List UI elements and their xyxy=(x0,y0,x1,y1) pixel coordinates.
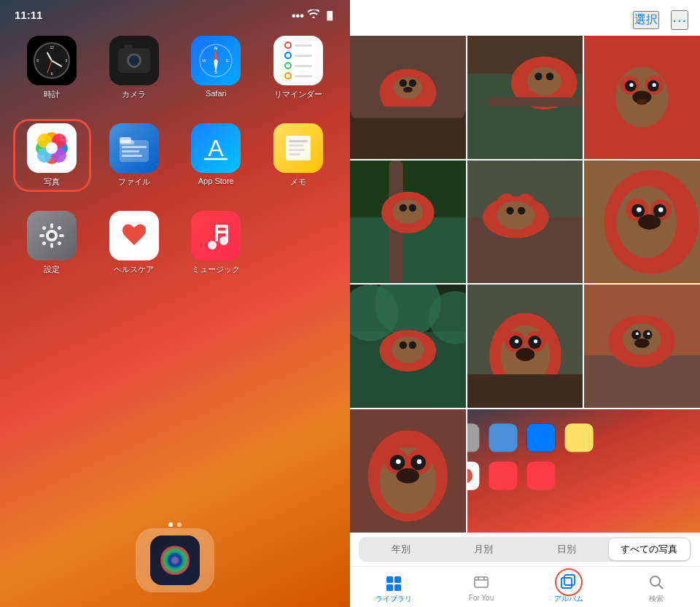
svg-point-68 xyxy=(546,73,553,80)
photo-cell-10[interactable] xyxy=(350,409,466,533)
photo-cell-8[interactable] xyxy=(467,285,583,408)
svg-rect-163 xyxy=(489,461,517,490)
page-dot-1 xyxy=(168,522,173,527)
app-camera[interactable]: カメラ xyxy=(100,36,169,100)
photo-cell-6[interactable] xyxy=(584,161,700,284)
svg-point-97 xyxy=(506,206,513,214)
home-screen: 11:11 ●●● ▐▌ 12 6 9 3 xyxy=(0,0,350,607)
app-notes-label: メモ xyxy=(290,177,306,187)
photo-cell-1[interactable] xyxy=(350,36,466,159)
svg-rect-39 xyxy=(42,241,47,246)
svg-line-176 xyxy=(659,585,664,589)
svg-point-108 xyxy=(638,214,661,229)
more-button[interactable]: ··· xyxy=(671,10,688,30)
photo-cell-7[interactable] xyxy=(350,285,466,408)
svg-point-57 xyxy=(400,80,407,87)
svg-rect-60 xyxy=(351,107,465,118)
segment-control: 年別 月別 日別 すべての写真 xyxy=(359,537,691,562)
wifi-icon xyxy=(308,9,319,20)
for-you-icon xyxy=(472,573,491,592)
tab-for-you-label: For You xyxy=(469,594,494,602)
svg-point-153 xyxy=(417,459,422,464)
svg-point-98 xyxy=(518,206,525,214)
svg-rect-69 xyxy=(487,97,583,107)
svg-rect-23 xyxy=(122,155,142,157)
photo-grid xyxy=(350,36,700,533)
svg-text:E: E xyxy=(226,58,229,63)
segment-daily[interactable]: 日別 xyxy=(526,538,607,560)
photos-highlight-ring xyxy=(13,119,91,192)
svg-point-119 xyxy=(409,341,416,349)
svg-rect-167 xyxy=(386,584,393,591)
svg-point-129 xyxy=(534,339,537,343)
app-files-label: ファイル xyxy=(118,177,150,187)
status-bar: 11:11 ●●● ▐▌ xyxy=(0,0,350,24)
app-files[interactable]: ファイル xyxy=(100,123,169,187)
photo-cell-5[interactable] xyxy=(467,161,583,284)
library-icon xyxy=(384,573,403,592)
app-safari[interactable]: N S W E Safari xyxy=(182,36,251,100)
app-health[interactable]: ヘルスケア xyxy=(100,211,169,275)
app-reminders[interactable]: リマインダー xyxy=(264,36,333,100)
svg-rect-45 xyxy=(215,227,218,241)
app-camera-label: カメラ xyxy=(122,89,146,100)
svg-rect-30 xyxy=(289,153,300,155)
svg-point-128 xyxy=(515,339,518,343)
svg-rect-22 xyxy=(122,150,139,152)
app-clock[interactable]: 12 6 9 3 時計 xyxy=(18,36,87,100)
svg-point-154 xyxy=(397,468,419,483)
svg-point-152 xyxy=(396,459,401,464)
tab-albums[interactable]: アルバム xyxy=(525,573,612,604)
svg-rect-28 xyxy=(289,144,303,147)
svg-rect-20 xyxy=(120,137,131,143)
page-dot-2 xyxy=(177,522,182,527)
svg-point-107 xyxy=(658,207,663,212)
photo-cell-2[interactable] xyxy=(467,36,583,159)
photo-cell-4[interactable] xyxy=(350,161,466,284)
svg-point-141 xyxy=(636,333,639,336)
app-music-label: ミュージック xyxy=(192,264,240,275)
segment-yearly[interactable]: 年別 xyxy=(360,538,442,560)
tab-search[interactable]: 検索 xyxy=(612,573,700,604)
select-button[interactable]: 選択 xyxy=(633,11,659,29)
svg-rect-40 xyxy=(57,241,62,246)
svg-point-88 xyxy=(400,204,407,211)
photo-cell-11[interactable] xyxy=(467,409,700,533)
app-settings[interactable]: 設定 xyxy=(18,211,87,275)
photo-cell-9[interactable] xyxy=(584,285,700,408)
svg-rect-160 xyxy=(564,423,593,452)
app-clock-label: 時計 xyxy=(44,89,60,100)
albums-highlight-ring xyxy=(555,568,583,596)
svg-point-66 xyxy=(527,67,561,96)
svg-point-49 xyxy=(171,557,179,564)
svg-point-59 xyxy=(403,87,413,93)
app-siri[interactable] xyxy=(150,536,200,585)
svg-rect-159 xyxy=(526,423,555,452)
svg-point-67 xyxy=(534,73,542,80)
svg-point-89 xyxy=(409,204,416,211)
app-appstore[interactable]: A App Store xyxy=(182,123,251,187)
svg-rect-164 xyxy=(526,461,555,490)
svg-point-117 xyxy=(392,336,424,363)
photos-app: 選択 ··· xyxy=(350,0,700,607)
app-photos[interactable]: 写真 xyxy=(18,123,87,187)
photo-cell-3[interactable] xyxy=(584,36,700,159)
albums-icon xyxy=(559,573,578,592)
app-notes[interactable]: メモ xyxy=(264,123,333,187)
tab-library[interactable]: ライブラリ xyxy=(350,573,438,604)
segment-all[interactable]: すべての写真 xyxy=(609,538,691,560)
app-health-label: ヘルスケア xyxy=(114,264,154,275)
tab-for-you[interactable]: For You xyxy=(438,573,525,604)
page-dots xyxy=(168,522,182,527)
svg-point-106 xyxy=(637,207,642,212)
svg-point-41 xyxy=(208,241,217,250)
svg-point-130 xyxy=(516,348,534,361)
battery-icon: ▐▌ xyxy=(324,11,335,20)
svg-text:N: N xyxy=(214,46,217,50)
svg-rect-35 xyxy=(39,234,44,237)
app-music[interactable]: ミュージック xyxy=(182,211,251,275)
svg-point-32 xyxy=(49,233,55,239)
segment-monthly[interactable]: 月別 xyxy=(443,538,525,560)
svg-rect-165 xyxy=(386,576,393,583)
app-safari-label: Safari xyxy=(206,89,227,98)
